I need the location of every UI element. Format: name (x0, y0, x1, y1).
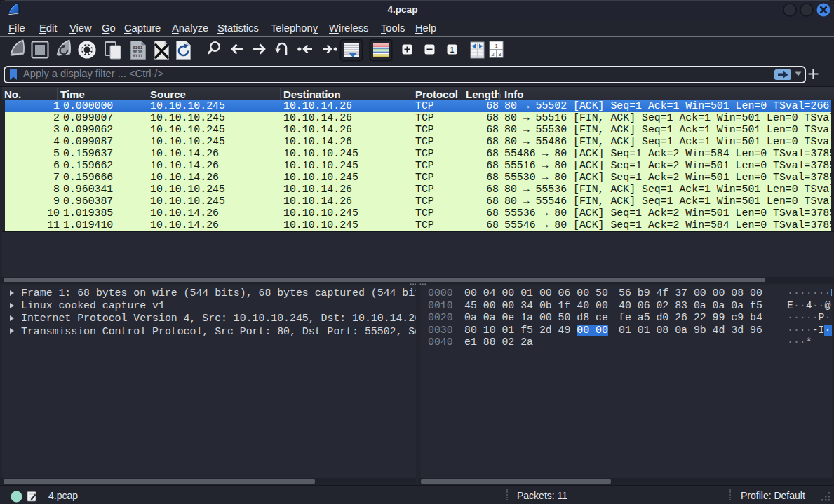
svg-text:0111: 0111 (133, 53, 143, 58)
svg-text:1: 1 (495, 43, 497, 49)
svg-text:3: 3 (498, 51, 501, 57)
svg-text:2: 2 (492, 51, 495, 57)
svg-text:1: 1 (450, 46, 455, 54)
